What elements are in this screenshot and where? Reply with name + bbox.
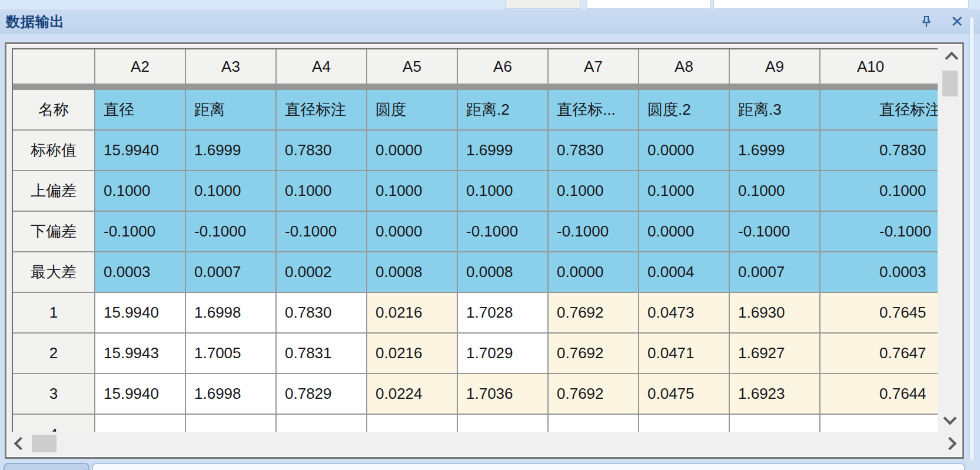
scroll-up-button[interactable] [940, 48, 960, 68]
row-label[interactable]: 最大差 [13, 252, 94, 292]
table-cell[interactable]: 0.7829 [277, 374, 366, 414]
scroll-down-button[interactable] [940, 410, 960, 430]
column-header-a7[interactable]: A7 [549, 49, 638, 84]
row-label[interactable]: 2 [13, 334, 94, 373]
bottom-tab-2[interactable] [92, 463, 965, 470]
table-cell[interactable]: 0.7831 [277, 334, 366, 373]
row-label[interactable]: 3 [13, 374, 94, 414]
table-cell[interactable]: 1.6998 [186, 374, 275, 414]
table-cell[interactable]: 0.1000 [820, 171, 938, 211]
table-cell[interactable]: 直径 [95, 90, 185, 129]
table-cell[interactable]: 0.7645 [820, 293, 938, 332]
column-header-a4[interactable]: A4 [277, 49, 366, 84]
table-cell[interactable]: 0.0008 [367, 252, 457, 292]
table-cell[interactable]: -0.1000 [277, 212, 366, 251]
column-header-a3[interactable]: A3 [186, 49, 275, 84]
table-cell[interactable]: 0.1000 [730, 171, 819, 211]
table-cell[interactable]: 距离.3 [730, 90, 819, 129]
table-cell[interactable]: 1.6998 [186, 293, 275, 332]
corner-cell[interactable] [13, 49, 94, 84]
table-cell[interactable]: 0.7830 [820, 131, 938, 170]
table-cell[interactable]: 15.9940 [95, 131, 185, 170]
column-header-a8[interactable]: A8 [639, 49, 729, 84]
column-header-a9[interactable]: A9 [730, 49, 819, 84]
vertical-scrollbar[interactable] [940, 48, 960, 430]
table-cell[interactable]: 0.1000 [458, 171, 547, 211]
table-cell[interactable]: 0.0000 [639, 131, 729, 170]
table-cell[interactable]: 0.1000 [186, 171, 275, 211]
table-cell[interactable]: 0.7830 [277, 131, 366, 170]
table-cell[interactable]: 0.0216 [367, 293, 457, 332]
pin-button[interactable] [918, 13, 935, 31]
table-cell[interactable]: -0.1000 [186, 212, 275, 251]
table-cell[interactable]: 0.0224 [367, 374, 457, 414]
vertical-scroll-thumb[interactable] [942, 71, 958, 96]
horizontal-scroll-thumb[interactable] [32, 435, 57, 452]
table-cell[interactable]: 1.6923 [730, 374, 819, 414]
table-cell[interactable]: 0.7830 [549, 131, 638, 170]
table-cell[interactable]: -0.1000 [730, 212, 819, 251]
table-cell[interactable]: 0.0473 [639, 293, 729, 332]
table-cell[interactable]: -0.1000 [95, 212, 185, 251]
column-header-a6[interactable]: A6 [458, 49, 547, 84]
table-cell[interactable] [549, 415, 638, 432]
row-label[interactable]: 下偏差 [13, 212, 94, 251]
row-label[interactable]: 标称值 [13, 131, 94, 170]
table-cell[interactable] [95, 415, 185, 432]
table-cell[interactable] [367, 415, 457, 432]
table-cell[interactable]: 0.7692 [549, 293, 638, 332]
table-cell[interactable]: 0.0004 [639, 252, 729, 292]
table-cell[interactable]: 0.1000 [367, 171, 457, 211]
row-label[interactable]: 上偏差 [13, 171, 94, 211]
column-header-a5[interactable]: A5 [367, 49, 457, 84]
table-cell[interactable]: 圆度.2 [639, 90, 729, 129]
table-cell[interactable]: 0.1000 [549, 171, 638, 211]
table-cell[interactable]: 15.9940 [95, 293, 185, 332]
table-cell[interactable]: 直径标注 [277, 90, 366, 129]
table-cell[interactable]: 1.6999 [186, 131, 275, 170]
table-cell[interactable]: 0.0003 [95, 252, 185, 292]
table-cell[interactable]: 圆度 [367, 90, 457, 129]
table-cell[interactable]: 0.0000 [639, 212, 729, 251]
table-cell[interactable]: 0.7644 [820, 374, 938, 414]
table-cell[interactable]: 0.0000 [367, 212, 457, 251]
close-button[interactable]: ✕ [948, 13, 966, 31]
table-cell[interactable]: 距离.2 [458, 90, 547, 129]
table-cell[interactable]: 1.7028 [458, 293, 547, 332]
table-cell[interactable]: -0.1000 [820, 212, 938, 251]
bottom-tab-1[interactable] [4, 463, 89, 470]
table-cell[interactable]: 直径标注 [820, 90, 938, 129]
table-cell[interactable]: 直径标... [549, 90, 638, 129]
table-cell[interactable]: -0.1000 [458, 212, 547, 251]
table-cell[interactable]: 0.1000 [277, 171, 366, 211]
row-label[interactable]: 1 [13, 293, 94, 332]
table-cell[interactable]: 0.1000 [639, 171, 729, 211]
table-cell[interactable] [639, 415, 729, 432]
table-cell[interactable]: 距离 [186, 90, 275, 129]
table-cell[interactable]: 0.0007 [730, 252, 819, 292]
table-cell[interactable]: 0.7692 [549, 374, 638, 414]
table-cell[interactable]: 0.0000 [549, 252, 638, 292]
table-cell[interactable]: 0.0008 [458, 252, 547, 292]
table-cell[interactable]: 0.0475 [639, 374, 729, 414]
table-cell[interactable]: 1.7036 [458, 374, 547, 414]
table-cell[interactable]: 0.7830 [277, 293, 366, 332]
table-cell[interactable]: 1.7029 [458, 334, 547, 373]
table-cell[interactable]: 0.0003 [820, 252, 938, 292]
table-cell[interactable]: 0.7692 [549, 334, 638, 373]
table-cell[interactable]: 0.0471 [639, 334, 729, 373]
horizontal-scrollbar[interactable] [11, 432, 960, 455]
table-cell[interactable]: 0.7647 [820, 334, 938, 373]
column-header-a2[interactable]: A2 [95, 49, 185, 84]
table-cell[interactable]: 0.0002 [277, 252, 366, 292]
table-cell[interactable] [186, 415, 275, 432]
table-cell[interactable]: -0.1000 [549, 212, 638, 251]
column-header-a10[interactable]: A10 [820, 49, 938, 84]
table-cell[interactable]: 0.0216 [367, 334, 457, 373]
table-cell[interactable]: 0.1000 [95, 171, 185, 211]
table-cell[interactable]: 1.7005 [186, 334, 275, 373]
row-label[interactable]: 名称 [13, 90, 94, 129]
table-cell[interactable]: 1.6930 [730, 293, 819, 332]
table-cell[interactable]: 15.9943 [95, 334, 185, 373]
table-cell[interactable] [730, 415, 819, 432]
